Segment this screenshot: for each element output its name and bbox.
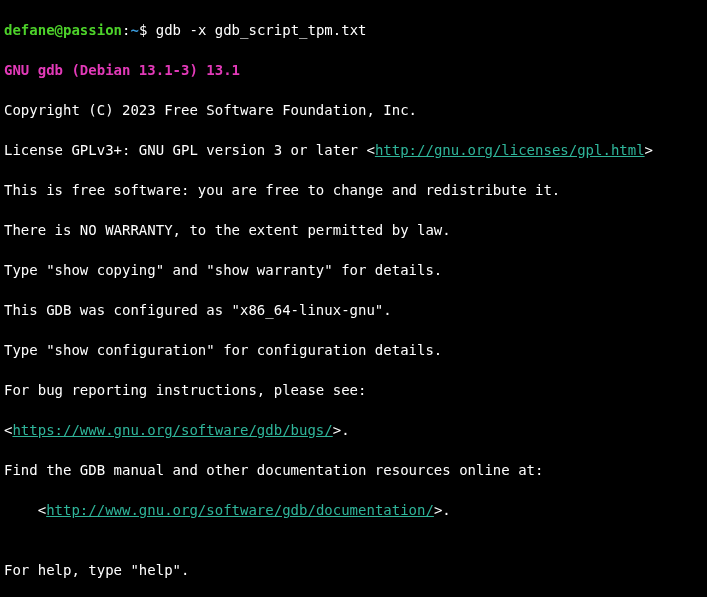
doc-suffix: >. bbox=[434, 502, 451, 518]
prompt-dollar: $ bbox=[139, 22, 156, 38]
prompt-user: defane bbox=[4, 22, 55, 38]
show-copying-line: Type "show copying" and "show warranty" … bbox=[4, 260, 703, 280]
prompt-path: ~ bbox=[130, 22, 138, 38]
license-prefix: License GPLv3+: GNU GPL version 3 or lat… bbox=[4, 142, 375, 158]
doc-indent: < bbox=[4, 502, 46, 518]
terminal-output[interactable]: defane@passion:~$ gdb -x gdb_script_tpm.… bbox=[0, 0, 707, 597]
manual-line: Find the GDB manual and other documentat… bbox=[4, 460, 703, 480]
doc-url-line: <http://www.gnu.org/software/gdb/documen… bbox=[4, 500, 703, 520]
free-software-line-1: This is free software: you are free to c… bbox=[4, 180, 703, 200]
free-software-line-2: There is NO WARRANTY, to the extent perm… bbox=[4, 220, 703, 240]
help-line-1: For help, type "help". bbox=[4, 560, 703, 580]
license-url-link[interactable]: http://gnu.org/licenses/gpl.html bbox=[375, 142, 645, 158]
gdb-title: GNU gdb (Debian 13.1-3) 13.1 bbox=[4, 60, 703, 80]
doc-url-link[interactable]: http://www.gnu.org/software/gdb/document… bbox=[46, 502, 434, 518]
license-suffix: > bbox=[645, 142, 653, 158]
bugs-suffix: >. bbox=[333, 422, 350, 438]
prompt-line: defane@passion:~$ gdb -x gdb_script_tpm.… bbox=[4, 20, 703, 40]
bugs-url-link[interactable]: https://www.gnu.org/software/gdb/bugs/ bbox=[12, 422, 332, 438]
license-line: License GPLv3+: GNU GPL version 3 or lat… bbox=[4, 140, 703, 160]
bug-report-line: For bug reporting instructions, please s… bbox=[4, 380, 703, 400]
bugs-url-line: <https://www.gnu.org/software/gdb/bugs/>… bbox=[4, 420, 703, 440]
typed-command: gdb -x gdb_script_tpm.txt bbox=[156, 22, 367, 38]
prompt-host: passion bbox=[63, 22, 122, 38]
copyright-line: Copyright (C) 2023 Free Software Foundat… bbox=[4, 100, 703, 120]
prompt-at: @ bbox=[55, 22, 63, 38]
configured-line: This GDB was configured as "x86_64-linux… bbox=[4, 300, 703, 320]
show-configuration-line: Type "show configuration" for configurat… bbox=[4, 340, 703, 360]
